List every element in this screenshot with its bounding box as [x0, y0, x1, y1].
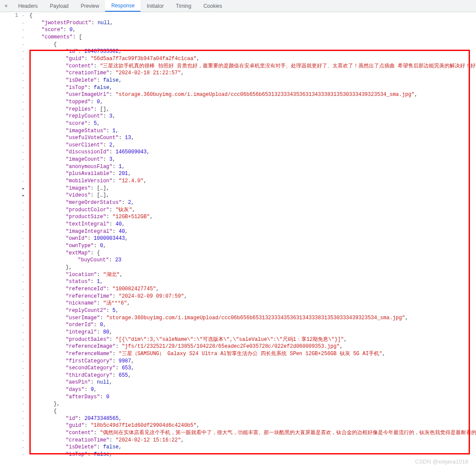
json-line[interactable]: "productSize": "12GB+512GB",: [29, 213, 476, 221]
json-line[interactable]: "isDelete": false,: [29, 77, 476, 84]
json-line[interactable]: "afterDays": 0: [29, 394, 476, 401]
json-line[interactable]: "anonymousFlag": 1,: [29, 163, 476, 171]
collapse-marker: -: [22, 70, 29, 77]
horizontal-scrollbar[interactable]: [0, 465, 476, 470]
json-line[interactable]: "mergeOrderStatus": 2,: [29, 199, 476, 206]
json-line[interactable]: "imageIntegral": 40,: [29, 228, 476, 235]
expand-icon[interactable]: ▸: [22, 185, 29, 192]
collapse-marker: -: [22, 350, 29, 358]
json-line[interactable]: "isDelete": false,: [29, 444, 476, 451]
json-line[interactable]: "status": 1,: [29, 278, 476, 286]
collapse-marker: -: [22, 321, 29, 329]
json-line[interactable]: "firstCategory": 9987,: [29, 358, 476, 365]
response-body[interactable]: 1 ------------------------▸▸------------…: [0, 12, 476, 465]
json-line[interactable]: {: [29, 41, 476, 48]
collapse-marker: -: [22, 206, 29, 214]
json-line[interactable]: "userImageUrl": "storage.360buyimg.com/i…: [29, 91, 476, 98]
json-line[interactable]: "referenceName": "三星（SAMSUNG） Galaxy S24…: [29, 350, 476, 358]
expand-icon[interactable]: ▸: [22, 192, 29, 199]
collapse-marker: -: [22, 120, 29, 127]
json-line[interactable]: "score": 0,: [29, 26, 476, 34]
json-line[interactable]: "userImage": "storage.360buyimg.com/i.im…: [29, 314, 476, 322]
json-line[interactable]: "days": 9,: [29, 386, 476, 394]
json-line[interactable]: {: [29, 408, 476, 415]
json-line[interactable]: "imageStatus": 1,: [29, 127, 476, 135]
close-icon[interactable]: ×: [0, 3, 12, 9]
json-line[interactable]: "images": […],: [29, 185, 476, 192]
json-line[interactable]: "videos": […],: [29, 192, 476, 199]
json-line[interactable]: "thirdCategory": 655,: [29, 372, 476, 379]
json-line[interactable]: "integral": 80,: [29, 329, 476, 336]
collapse-marker: -: [22, 55, 29, 63]
json-line[interactable]: "topped": 0,: [29, 98, 476, 106]
collapse-marker: -: [22, 379, 29, 386]
collapse-marker: -: [22, 278, 29, 286]
json-line[interactable]: "guid": "56d5aa7f7ac99f3b947a04fa2f4c1ca…: [29, 55, 476, 63]
json-line[interactable]: "buyCount": 23: [29, 257, 476, 264]
collapse-marker: -: [22, 437, 29, 444]
json-line[interactable]: "id": 20473348565,: [29, 415, 476, 422]
json-line[interactable]: "ownType": 0,: [29, 242, 476, 250]
json-line[interactable]: "isTop": false,: [29, 451, 476, 458]
json-line[interactable]: "textIntegral": 40,: [29, 221, 476, 228]
json-line[interactable]: "plusAvailable": 201,: [29, 170, 476, 178]
collapse-marker: -: [22, 84, 29, 92]
collapse-marker: -: [22, 415, 29, 422]
json-line[interactable]: "replyCount": 3,: [29, 113, 476, 120]
collapse-marker: -: [22, 41, 29, 48]
json-line[interactable]: "mobileVersion": "12.4.0",: [29, 178, 476, 185]
json-line[interactable]: "referenceTime": "2024-02-09 09:07:59",: [29, 293, 476, 300]
collapse-marker: -: [22, 163, 29, 171]
json-line[interactable]: "ownId": 1000003443,: [29, 235, 476, 242]
json-line[interactable]: "comments": [: [29, 34, 476, 41]
collapse-marker: -: [22, 422, 29, 429]
json-line[interactable]: "discussionId": 1465009043,: [29, 149, 476, 156]
tab-cookies[interactable]: Cookies: [197, 0, 228, 12]
json-line[interactable]: },: [29, 264, 476, 271]
json-line[interactable]: },: [29, 400, 476, 408]
json-line[interactable]: "replies": [],: [29, 106, 476, 113]
collapse-marker: -: [22, 257, 29, 264]
json-line[interactable]: "userClient": 2,: [29, 142, 476, 149]
collapse-marker: -: [22, 250, 29, 257]
json-line[interactable]: "aesPin": null,: [29, 379, 476, 386]
json-line[interactable]: "extMap": {: [29, 250, 476, 257]
tab-timing[interactable]: Timing: [170, 0, 198, 12]
collapse-marker: -: [22, 149, 29, 156]
json-line[interactable]: "secondCategory": 653,: [29, 365, 476, 372]
tab-response[interactable]: Response: [105, 0, 141, 12]
json-line[interactable]: "usefulVoteCount": 13,: [29, 134, 476, 142]
collapse-marker: -: [22, 213, 29, 221]
collapse-marker: -: [22, 429, 29, 437]
tab-payload[interactable]: Payload: [44, 0, 74, 12]
json-line[interactable]: "location": "湖北",: [29, 271, 476, 279]
collapse-marker: -: [22, 336, 29, 343]
json-line[interactable]: "orderId": 0,: [29, 321, 476, 329]
json-line[interactable]: "referenceImage": "jfs/t1/232521/29/1385…: [29, 343, 476, 350]
json-line[interactable]: "imageCount": 3,: [29, 156, 476, 163]
watermark: CSDN @xiejava1018: [415, 458, 468, 465]
collapse-marker: -: [22, 142, 29, 149]
collapse-marker: -: [22, 451, 29, 458]
json-line[interactable]: "guid": "18b5c49d7f1e1d60df29904d6c4240b…: [29, 422, 476, 429]
tab-headers[interactable]: Headers: [12, 0, 44, 12]
json-line[interactable]: "nickname": "汤***6",: [29, 300, 476, 307]
json-line[interactable]: "jwotestProduct": null,: [29, 19, 476, 27]
tab-initiator[interactable]: Initiator: [141, 0, 169, 12]
json-line[interactable]: "productColor": "钛灰",: [29, 206, 476, 214]
json-line[interactable]: "content": "偶然间在实体店看见这个手机，第一眼就看中了，很大气，功能…: [29, 429, 476, 437]
json-line[interactable]: "isTop": false,: [29, 84, 476, 92]
json-line[interactable]: "productSales": "[{\"dim\":3,\"saleName\…: [29, 336, 476, 343]
collapse-marker: -: [22, 178, 29, 185]
json-line[interactable]: "referenceId": "100082427745",: [29, 286, 476, 293]
collapse-marker: -: [22, 408, 29, 415]
json-line[interactable]: "creationTime": "2024-02-18 21:22:57",: [29, 70, 476, 77]
json-line[interactable]: {: [29, 12, 476, 19]
json-line[interactable]: "content": "三星这款手机真的很棒 拍照好 音质也好，最重要的是颜值在…: [29, 63, 476, 70]
json-line[interactable]: "id": 20487335382,: [29, 48, 476, 55]
collapse-marker: -: [22, 358, 29, 365]
json-line[interactable]: "replyCount2": 5,: [29, 307, 476, 314]
tab-preview[interactable]: Preview: [75, 0, 105, 12]
json-line[interactable]: "creationTime": "2024-02-12 15:16:22",: [29, 437, 476, 444]
json-line[interactable]: "score": 5,: [29, 120, 476, 127]
